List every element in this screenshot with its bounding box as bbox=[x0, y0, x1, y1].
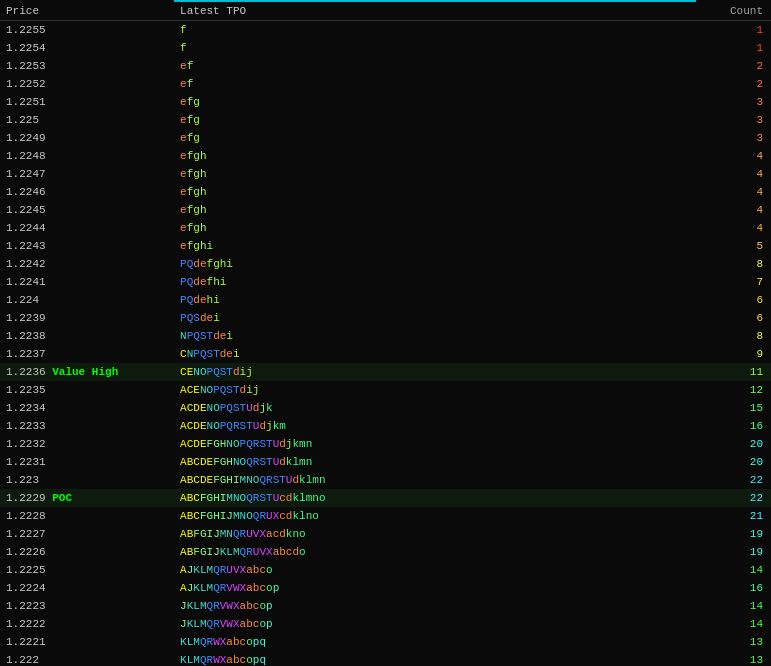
count-cell: 13 bbox=[696, 633, 771, 651]
col-header-price: Price bbox=[0, 1, 174, 21]
table-row: 1.2233ACDENOPQRSTUdjkm16 bbox=[0, 417, 771, 435]
table-row: 1.222KLMQRWXabcopq13 bbox=[0, 651, 771, 666]
price-cell: 1.2234 bbox=[0, 399, 174, 417]
price-cell: 1.2236 Value High bbox=[0, 363, 174, 381]
table-row: 1.2241PQdefhi7 bbox=[0, 273, 771, 291]
price-cell: 1.2254 bbox=[0, 39, 174, 57]
price-cell: 1.2249 bbox=[0, 129, 174, 147]
table-row: 1.2255f1 bbox=[0, 21, 771, 40]
price-value: 1.2236 bbox=[6, 366, 52, 378]
price-cell: 1.2247 bbox=[0, 165, 174, 183]
tpo-cell: ACDENOPQSTUdjk bbox=[174, 399, 696, 417]
table-row: 1.2223JKLMQRVWXabcop14 bbox=[0, 597, 771, 615]
tpo-cell: efghi bbox=[174, 237, 696, 255]
table-row: 1.2242PQdefghi8 bbox=[0, 255, 771, 273]
tpo-cell: NPQSTdei bbox=[174, 327, 696, 345]
tpo-cell: ACDEFGHNOPQRSTUdjkmn bbox=[174, 435, 696, 453]
tpo-cell: ef bbox=[174, 57, 696, 75]
count-cell: 8 bbox=[696, 327, 771, 345]
price-cell: 1.222 bbox=[0, 651, 174, 666]
table-row: 1.2229 POCABCFGHIMNOQRSTUcdklmno22 bbox=[0, 489, 771, 507]
price-cell: 1.224 bbox=[0, 291, 174, 309]
count-cell: 8 bbox=[696, 255, 771, 273]
tpo-cell: CNPQSTdei bbox=[174, 345, 696, 363]
tpo-cell: PQdefhi bbox=[174, 273, 696, 291]
count-cell: 6 bbox=[696, 291, 771, 309]
price-cell: 1.2229 POC bbox=[0, 489, 174, 507]
table-row: 1.2225AJKLMQRUVXabco14 bbox=[0, 561, 771, 579]
count-cell: 16 bbox=[696, 417, 771, 435]
price-cell: 1.2241 bbox=[0, 273, 174, 291]
price-cell: 1.2233 bbox=[0, 417, 174, 435]
table-row: 1.2247efgh4 bbox=[0, 165, 771, 183]
tpo-cell: ACDENOPQRSTUdjkm bbox=[174, 417, 696, 435]
count-cell: 4 bbox=[696, 201, 771, 219]
table-row: 1.2252ef2 bbox=[0, 75, 771, 93]
count-cell: 22 bbox=[696, 489, 771, 507]
col-header-count: Count bbox=[696, 1, 771, 21]
price-cell: 1.2255 bbox=[0, 21, 174, 40]
price-cell: 1.2232 bbox=[0, 435, 174, 453]
tpo-cell: efgh bbox=[174, 183, 696, 201]
tpo-cell: efg bbox=[174, 111, 696, 129]
table-row: 1.2235ACENOPQSTdij12 bbox=[0, 381, 771, 399]
price-cell: 1.2225 bbox=[0, 561, 174, 579]
count-cell: 1 bbox=[696, 21, 771, 40]
tpo-cell: ef bbox=[174, 75, 696, 93]
table-row: 1.2224AJKLMQRVWXabcop16 bbox=[0, 579, 771, 597]
tpo-cell: PQSdei bbox=[174, 309, 696, 327]
table-row: 1.224PQdehi6 bbox=[0, 291, 771, 309]
count-cell: 7 bbox=[696, 273, 771, 291]
main-table-container[interactable]: Price Latest TPO Count 1.2255f11.2254f11… bbox=[0, 0, 771, 666]
price-cell: 1.2237 bbox=[0, 345, 174, 363]
tpo-cell: f bbox=[174, 39, 696, 57]
table-row: 1.2254f1 bbox=[0, 39, 771, 57]
price-cell: 1.225 bbox=[0, 111, 174, 129]
tpo-cell: ABFGIJMNQRUVXacdkno bbox=[174, 525, 696, 543]
count-cell: 14 bbox=[696, 561, 771, 579]
table-row: 1.2221KLMQRWXabcopq13 bbox=[0, 633, 771, 651]
count-cell: 3 bbox=[696, 93, 771, 111]
tpo-cell: PQdehi bbox=[174, 291, 696, 309]
count-cell: 4 bbox=[696, 147, 771, 165]
count-cell: 4 bbox=[696, 165, 771, 183]
price-cell: 1.2246 bbox=[0, 183, 174, 201]
table-row: 1.2228ABCFGHIJMNOQRUXcdklno21 bbox=[0, 507, 771, 525]
tpo-cell: JKLMQRVWXabcop bbox=[174, 615, 696, 633]
tpo-cell: ABCFGHIJMNOQRUXcdklno bbox=[174, 507, 696, 525]
count-cell: 14 bbox=[696, 615, 771, 633]
table-row: 1.2237CNPQSTdei9 bbox=[0, 345, 771, 363]
price-cell: 1.2221 bbox=[0, 633, 174, 651]
price-cell: 1.2244 bbox=[0, 219, 174, 237]
count-cell: 11 bbox=[696, 363, 771, 381]
count-cell: 2 bbox=[696, 75, 771, 93]
table-row: 1.2243efghi5 bbox=[0, 237, 771, 255]
tpo-cell: JKLMQRVWXabcop bbox=[174, 597, 696, 615]
count-cell: 16 bbox=[696, 579, 771, 597]
price-cell: 1.2235 bbox=[0, 381, 174, 399]
tpo-cell: ABCFGHIMNOQRSTUcdklmno bbox=[174, 489, 696, 507]
table-row: 1.223ABCDEFGHIMNOQRSTUdklmn22 bbox=[0, 471, 771, 489]
count-cell: 4 bbox=[696, 183, 771, 201]
count-cell: 5 bbox=[696, 237, 771, 255]
price-label: Value High bbox=[52, 366, 118, 378]
count-cell: 21 bbox=[696, 507, 771, 525]
count-cell: 15 bbox=[696, 399, 771, 417]
count-cell: 3 bbox=[696, 129, 771, 147]
price-cell: 1.2251 bbox=[0, 93, 174, 111]
tpo-cell: efgh bbox=[174, 219, 696, 237]
table-row: 1.2239PQSdei6 bbox=[0, 309, 771, 327]
tpo-cell: KLMQRWXabcopq bbox=[174, 633, 696, 651]
price-cell: 1.2243 bbox=[0, 237, 174, 255]
price-cell: 1.2238 bbox=[0, 327, 174, 345]
table-row: 1.2234ACDENOPQSTUdjk15 bbox=[0, 399, 771, 417]
count-cell: 4 bbox=[696, 219, 771, 237]
count-cell: 12 bbox=[696, 381, 771, 399]
table-row: 1.2232ACDEFGHNOPQRSTUdjkmn20 bbox=[0, 435, 771, 453]
table-row: 1.2227ABFGIJMNQRUVXacdkno19 bbox=[0, 525, 771, 543]
tpo-cell: PQdefghi bbox=[174, 255, 696, 273]
count-cell: 6 bbox=[696, 309, 771, 327]
price-cell: 1.2231 bbox=[0, 453, 174, 471]
tpo-cell: efg bbox=[174, 129, 696, 147]
tpo-cell: ACENOPQSTdij bbox=[174, 381, 696, 399]
